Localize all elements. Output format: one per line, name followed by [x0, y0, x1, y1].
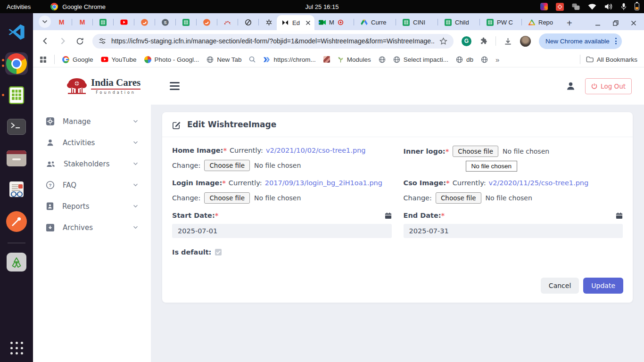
- sidebar-item-activities[interactable]: Activities: [33, 132, 151, 153]
- pinned-tab-orange-app[interactable]: [137, 14, 152, 30]
- browser-menu-icon[interactable]: [614, 37, 618, 45]
- grammarly-extension-icon[interactable]: G: [462, 36, 471, 46]
- bookmark-chrome-link[interactable]: https://chrom...: [263, 56, 315, 63]
- dock-libreoffice-calc[interactable]: [5, 84, 28, 107]
- calendar-icon[interactable]: [385, 212, 392, 219]
- pinned-tab-red-arc[interactable]: [220, 14, 235, 30]
- volume-icon[interactable]: [604, 3, 613, 10]
- tab-sheet-cini[interactable]: CINI: [398, 14, 435, 30]
- close-tab-icon[interactable]: [305, 20, 311, 26]
- sidebar-toggle-button[interactable]: [168, 80, 182, 92]
- reload-button[interactable]: [75, 37, 84, 46]
- bookmark-youtube[interactable]: YouTube: [101, 56, 137, 63]
- address-bar[interactable]: https://icfnv5-staging.icfn.in/manage-se…: [92, 34, 454, 49]
- search-bookmark-icon[interactable]: [249, 56, 256, 63]
- bookmark-google[interactable]: Google: [62, 56, 93, 63]
- downloads-icon[interactable]: [504, 37, 512, 45]
- globe-icon[interactable]: [481, 56, 488, 63]
- tab-repo[interactable]: Repo: [524, 14, 561, 30]
- screen-share-icon[interactable]: [556, 3, 564, 11]
- active-tab[interactable]: Ed: [277, 15, 314, 30]
- cso-image-choose-file-button[interactable]: Choose file: [436, 192, 481, 204]
- sidebar-item-manage[interactable]: Manage: [33, 111, 151, 132]
- pinned-tab-dark-globe[interactable]: S: [157, 14, 173, 30]
- close-window-icon[interactable]: [631, 20, 636, 26]
- dock-trash[interactable]: [5, 251, 28, 273]
- login-image-file-link[interactable]: 2017/09/13/login_bg_2iH1oa1.png: [265, 179, 382, 187]
- home-image-file-link[interactable]: v2/2021/10/02/cso-tree1.png: [266, 147, 366, 154]
- focused-app-menu[interactable]: Google Chrome: [50, 3, 106, 10]
- dock-chrome[interactable]: [5, 52, 28, 75]
- dock-vscode[interactable]: [5, 21, 28, 43]
- dock-files[interactable]: [5, 147, 28, 170]
- wifi-icon[interactable]: [588, 3, 596, 10]
- sidebar-item-archives[interactable]: Archives: [33, 217, 151, 238]
- brand-logo[interactable]: India Cares Foundation: [66, 77, 140, 96]
- clock[interactable]: Jul 25 16:15: [305, 3, 339, 10]
- pinned-tab-openai[interactable]: [261, 14, 277, 30]
- tab-meet[interactable]: M: [314, 14, 351, 30]
- libreoffice-calc-icon: [7, 86, 26, 105]
- dock-postman[interactable]: [5, 210, 28, 233]
- new-tab-button[interactable]: +: [567, 18, 572, 28]
- sidebar-item-faq[interactable]: ? FAQ: [33, 174, 151, 196]
- dock-document-viewer[interactable]: [5, 179, 28, 201]
- end-date-input[interactable]: [404, 224, 623, 238]
- bookmark-new-tab[interactable]: New Tab: [206, 56, 241, 63]
- bookmark-image-favicon[interactable]: [323, 56, 330, 63]
- tab-sheet-pw[interactable]: PW C: [482, 14, 519, 30]
- user-icon[interactable]: [566, 81, 576, 91]
- cancel-button[interactable]: Cancel: [541, 278, 579, 294]
- tab-sheet-child[interactable]: Child: [440, 14, 477, 30]
- login-image-choose-file-button[interactable]: Choose file: [204, 192, 250, 204]
- bookmark-select-impact[interactable]: Select impacti...: [393, 56, 448, 63]
- globe-icon[interactable]: [379, 56, 386, 63]
- battery-icon[interactable]: [635, 3, 639, 10]
- pinned-tab-gmail-2[interactable]: M: [74, 14, 90, 30]
- pinned-tab-sheets[interactable]: [95, 14, 111, 30]
- sidebar-item-reports[interactable]: Reports: [33, 196, 151, 217]
- tab-search-button[interactable]: [39, 16, 51, 28]
- dark-globe-icon: S: [162, 19, 169, 26]
- chat-indicator-icon[interactable]: [572, 3, 580, 10]
- restore-icon[interactable]: [613, 20, 619, 26]
- minimize-icon[interactable]: [595, 20, 601, 26]
- back-button[interactable]: [41, 36, 50, 46]
- bookmark-db[interactable]: db: [456, 56, 473, 63]
- pinned-tab-gmail[interactable]: M: [54, 14, 69, 30]
- url-text[interactable]: https://icfnv5-staging.icfn.in/manage-se…: [111, 37, 434, 45]
- microphone-icon[interactable]: [621, 3, 627, 10]
- calendar-icon[interactable]: [616, 212, 623, 219]
- is-default-checkbox[interactable]: [215, 249, 222, 255]
- start-date-input[interactable]: [172, 224, 392, 238]
- inner-logo-choose-file-button[interactable]: Choose file: [453, 146, 498, 157]
- sidebar-item-stakeholders[interactable]: Stakeholders: [33, 153, 151, 174]
- cso-image-file-link[interactable]: v2/2020/11/25/cso-tree1.png: [489, 179, 589, 187]
- show-applications-button[interactable]: [10, 342, 23, 354]
- site-settings-icon[interactable]: [99, 37, 106, 45]
- bookmark-modules[interactable]: Modules: [338, 56, 371, 63]
- people-icon: [46, 159, 56, 168]
- bookmark-star-icon[interactable]: [439, 37, 447, 45]
- dock-terminal[interactable]: [5, 115, 28, 138]
- svg-text:?: ?: [49, 182, 51, 188]
- activities-button[interactable]: Activities: [7, 3, 31, 10]
- pinned-tab-slashed-circle[interactable]: [240, 14, 256, 30]
- app-indicator-icon[interactable]: [540, 3, 548, 10]
- extensions-puzzle-icon[interactable]: [479, 37, 487, 45]
- pinned-tab-youtube[interactable]: [116, 14, 132, 30]
- bookmarks-overflow-button[interactable]: »: [495, 56, 499, 64]
- profile-avatar[interactable]: [520, 36, 531, 47]
- apps-grid-icon[interactable]: [40, 56, 47, 63]
- pinned-tab-sheets-2[interactable]: [178, 14, 194, 30]
- bookmarks-bar: Google YouTube Photo - Googl... New Tab …: [33, 52, 644, 67]
- pinned-tab-orange-app-2[interactable]: [199, 14, 215, 30]
- bookmark-google-photos[interactable]: Photo - Googl...: [144, 56, 199, 63]
- all-bookmarks-button[interactable]: All Bookmarks: [586, 56, 637, 63]
- tab-drive[interactable]: Curre: [356, 14, 393, 30]
- update-chrome-button[interactable]: New Chrome available: [539, 33, 622, 49]
- forward-button[interactable]: [58, 36, 67, 46]
- logout-button[interactable]: Log Out: [585, 78, 632, 94]
- update-button[interactable]: Update: [583, 278, 623, 294]
- home-image-choose-file-button[interactable]: Choose file: [204, 160, 250, 171]
